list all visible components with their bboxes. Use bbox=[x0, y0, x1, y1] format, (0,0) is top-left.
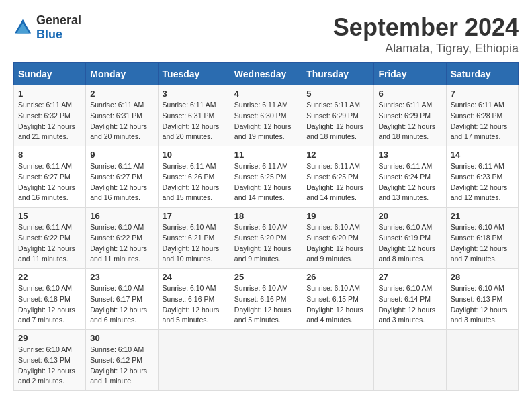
day-number: 21 bbox=[451, 211, 514, 221]
day-of-week-header: Wednesday bbox=[230, 63, 302, 85]
day-number: 26 bbox=[306, 272, 369, 282]
calendar-week-row: 1 Sunrise: 6:11 AM Sunset: 6:32 PM Dayli… bbox=[14, 85, 519, 146]
day-of-week-header: Tuesday bbox=[158, 63, 230, 85]
day-number: 2 bbox=[90, 89, 153, 99]
calendar-cell: 4 Sunrise: 6:11 AM Sunset: 6:30 PM Dayli… bbox=[230, 85, 302, 146]
calendar-week-row: 15 Sunrise: 6:11 AM Sunset: 6:22 PM Dayl… bbox=[14, 208, 519, 269]
calendar-cell: 19 Sunrise: 6:10 AM Sunset: 6:20 PM Dayl… bbox=[302, 208, 374, 269]
day-number: 19 bbox=[306, 211, 369, 221]
day-info: Sunrise: 6:10 AM Sunset: 6:18 PM Dayligh… bbox=[451, 222, 514, 265]
calendar-week-row: 29 Sunrise: 6:10 AM Sunset: 6:13 PM Dayl… bbox=[14, 330, 519, 391]
day-info: Sunrise: 6:10 AM Sunset: 6:20 PM Dayligh… bbox=[234, 222, 298, 265]
day-number: 6 bbox=[378, 89, 441, 99]
day-number: 12 bbox=[306, 150, 369, 160]
day-info: Sunrise: 6:10 AM Sunset: 6:13 PM Dayligh… bbox=[18, 345, 81, 387]
logo-icon bbox=[13, 18, 32, 37]
day-number: 18 bbox=[234, 211, 298, 221]
day-number: 13 bbox=[378, 150, 441, 160]
day-number: 11 bbox=[234, 150, 298, 160]
day-info: Sunrise: 6:11 AM Sunset: 6:26 PM Dayligh… bbox=[163, 161, 226, 203]
calendar-cell: 25 Sunrise: 6:10 AM Sunset: 6:16 PM Dayl… bbox=[230, 269, 302, 330]
day-number: 15 bbox=[18, 211, 81, 221]
page-header: General Blue September 2024 Alamata, Tig… bbox=[13, 13, 519, 56]
day-info: Sunrise: 6:10 AM Sunset: 6:22 PM Dayligh… bbox=[90, 222, 153, 265]
calendar-cell: 29 Sunrise: 6:10 AM Sunset: 6:13 PM Dayl… bbox=[14, 330, 86, 391]
day-info: Sunrise: 6:10 AM Sunset: 6:13 PM Dayligh… bbox=[451, 283, 514, 326]
day-number: 29 bbox=[18, 333, 81, 343]
day-number: 3 bbox=[163, 89, 226, 99]
calendar-cell: 10 Sunrise: 6:11 AM Sunset: 6:26 PM Dayl… bbox=[158, 146, 230, 208]
calendar-header-row: SundayMondayTuesdayWednesdayThursdayFrid… bbox=[14, 63, 519, 85]
day-number: 8 bbox=[18, 150, 81, 160]
day-info: Sunrise: 6:11 AM Sunset: 6:22 PM Dayligh… bbox=[18, 222, 81, 265]
calendar-cell: 22 Sunrise: 6:10 AM Sunset: 6:18 PM Dayl… bbox=[14, 269, 86, 330]
logo-blue: Blue bbox=[36, 28, 62, 41]
day-number: 1 bbox=[18, 89, 81, 99]
calendar-cell bbox=[230, 330, 302, 391]
calendar-cell: 12 Sunrise: 6:11 AM Sunset: 6:25 PM Dayl… bbox=[302, 146, 374, 208]
day-of-week-header: Thursday bbox=[302, 63, 374, 85]
day-info: Sunrise: 6:10 AM Sunset: 6:17 PM Dayligh… bbox=[90, 283, 153, 326]
calendar-cell: 7 Sunrise: 6:11 AM Sunset: 6:28 PM Dayli… bbox=[446, 85, 518, 146]
calendar-cell bbox=[446, 330, 518, 391]
calendar-cell: 13 Sunrise: 6:11 AM Sunset: 6:24 PM Dayl… bbox=[374, 146, 446, 208]
calendar-week-row: 8 Sunrise: 6:11 AM Sunset: 6:27 PM Dayli… bbox=[14, 146, 519, 208]
day-info: Sunrise: 6:11 AM Sunset: 6:27 PM Dayligh… bbox=[90, 161, 153, 203]
day-info: Sunrise: 6:11 AM Sunset: 6:31 PM Dayligh… bbox=[163, 100, 226, 142]
day-info: Sunrise: 6:11 AM Sunset: 6:25 PM Dayligh… bbox=[234, 161, 298, 203]
day-number: 7 bbox=[451, 89, 514, 99]
day-info: Sunrise: 6:10 AM Sunset: 6:20 PM Dayligh… bbox=[306, 222, 369, 265]
day-number: 23 bbox=[90, 272, 153, 282]
day-info: Sunrise: 6:10 AM Sunset: 6:16 PM Dayligh… bbox=[163, 283, 226, 326]
day-of-week-header: Sunday bbox=[14, 63, 86, 85]
day-number: 25 bbox=[234, 272, 298, 282]
day-info: Sunrise: 6:11 AM Sunset: 6:24 PM Dayligh… bbox=[378, 161, 441, 203]
logo-text: General Blue bbox=[36, 13, 81, 42]
day-info: Sunrise: 6:11 AM Sunset: 6:30 PM Dayligh… bbox=[234, 100, 298, 142]
day-number: 14 bbox=[451, 150, 514, 160]
day-number: 28 bbox=[451, 272, 514, 282]
calendar-cell: 30 Sunrise: 6:10 AM Sunset: 6:12 PM Dayl… bbox=[86, 330, 158, 391]
calendar-cell: 28 Sunrise: 6:10 AM Sunset: 6:13 PM Dayl… bbox=[446, 269, 518, 330]
day-info: Sunrise: 6:10 AM Sunset: 6:16 PM Dayligh… bbox=[234, 283, 298, 326]
calendar-table: SundayMondayTuesdayWednesdayThursdayFrid… bbox=[13, 62, 519, 391]
day-number: 30 bbox=[90, 333, 153, 343]
calendar-cell: 17 Sunrise: 6:10 AM Sunset: 6:21 PM Dayl… bbox=[158, 208, 230, 269]
calendar-cell: 24 Sunrise: 6:10 AM Sunset: 6:16 PM Dayl… bbox=[158, 269, 230, 330]
calendar-cell: 15 Sunrise: 6:11 AM Sunset: 6:22 PM Dayl… bbox=[14, 208, 86, 269]
day-of-week-header: Saturday bbox=[446, 63, 518, 85]
day-info: Sunrise: 6:10 AM Sunset: 6:12 PM Dayligh… bbox=[90, 345, 153, 387]
day-number: 4 bbox=[234, 89, 298, 99]
day-info: Sunrise: 6:11 AM Sunset: 6:23 PM Dayligh… bbox=[451, 161, 514, 203]
day-info: Sunrise: 6:10 AM Sunset: 6:19 PM Dayligh… bbox=[378, 222, 441, 265]
day-number: 10 bbox=[163, 150, 226, 160]
month-title: September 2024 bbox=[333, 13, 519, 42]
calendar-cell: 5 Sunrise: 6:11 AM Sunset: 6:29 PM Dayli… bbox=[302, 85, 374, 146]
day-info: Sunrise: 6:11 AM Sunset: 6:28 PM Dayligh… bbox=[451, 100, 514, 142]
day-number: 16 bbox=[90, 211, 153, 221]
calendar-cell: 27 Sunrise: 6:10 AM Sunset: 6:14 PM Dayl… bbox=[374, 269, 446, 330]
day-info: Sunrise: 6:11 AM Sunset: 6:29 PM Dayligh… bbox=[378, 100, 441, 142]
day-number: 5 bbox=[306, 89, 369, 99]
calendar-cell: 23 Sunrise: 6:10 AM Sunset: 6:17 PM Dayl… bbox=[86, 269, 158, 330]
day-number: 24 bbox=[163, 272, 226, 282]
calendar-cell bbox=[158, 330, 230, 391]
calendar-cell: 21 Sunrise: 6:10 AM Sunset: 6:18 PM Dayl… bbox=[446, 208, 518, 269]
logo-general: General bbox=[36, 13, 81, 27]
day-info: Sunrise: 6:11 AM Sunset: 6:29 PM Dayligh… bbox=[306, 100, 369, 142]
calendar-cell: 3 Sunrise: 6:11 AM Sunset: 6:31 PM Dayli… bbox=[158, 85, 230, 146]
calendar-cell: 9 Sunrise: 6:11 AM Sunset: 6:27 PM Dayli… bbox=[86, 146, 158, 208]
calendar-cell bbox=[374, 330, 446, 391]
calendar-cell: 26 Sunrise: 6:10 AM Sunset: 6:15 PM Dayl… bbox=[302, 269, 374, 330]
calendar-cell: 18 Sunrise: 6:10 AM Sunset: 6:20 PM Dayl… bbox=[230, 208, 302, 269]
day-info: Sunrise: 6:10 AM Sunset: 6:21 PM Dayligh… bbox=[163, 222, 226, 265]
location-title: Alamata, Tigray, Ethiopia bbox=[333, 42, 519, 56]
day-number: 17 bbox=[163, 211, 226, 221]
day-info: Sunrise: 6:10 AM Sunset: 6:18 PM Dayligh… bbox=[18, 283, 81, 326]
calendar-cell: 1 Sunrise: 6:11 AM Sunset: 6:32 PM Dayli… bbox=[14, 85, 86, 146]
calendar-cell: 2 Sunrise: 6:11 AM Sunset: 6:31 PM Dayli… bbox=[86, 85, 158, 146]
calendar-cell: 16 Sunrise: 6:10 AM Sunset: 6:22 PM Dayl… bbox=[86, 208, 158, 269]
calendar-cell bbox=[302, 330, 374, 391]
day-info: Sunrise: 6:11 AM Sunset: 6:25 PM Dayligh… bbox=[306, 161, 369, 203]
calendar-cell: 20 Sunrise: 6:10 AM Sunset: 6:19 PM Dayl… bbox=[374, 208, 446, 269]
